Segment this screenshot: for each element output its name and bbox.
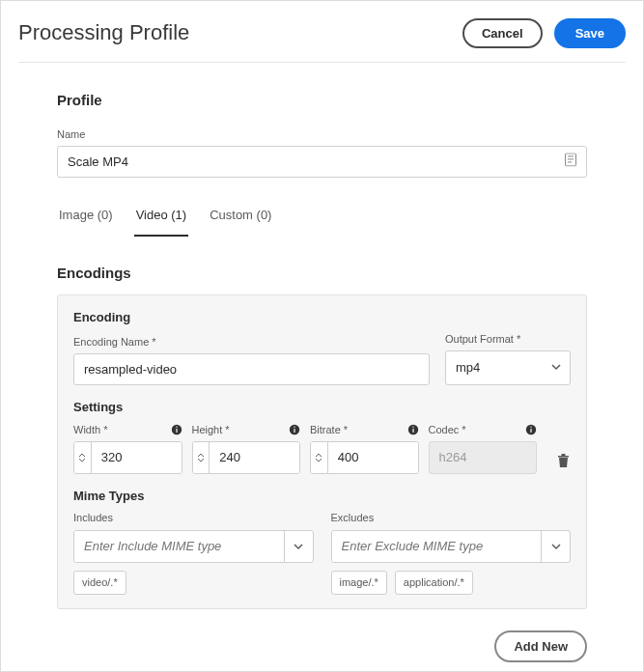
excludes-dropdown-toggle[interactable] (541, 531, 570, 562)
svg-rect-8 (294, 429, 294, 433)
add-new-button[interactable]: Add New (494, 630, 587, 662)
bitrate-stepper[interactable] (310, 441, 419, 474)
codec-field-disabled: h264 (429, 441, 538, 474)
svg-rect-14 (530, 429, 531, 433)
output-format-select[interactable]: mp4 (445, 350, 571, 385)
header-actions: Cancel Save (462, 18, 626, 48)
includes-dropdown-toggle[interactable] (284, 531, 313, 562)
svg-rect-16 (558, 456, 569, 458)
chevron-down-icon (551, 542, 561, 551)
form-icon (564, 153, 577, 171)
svg-rect-5 (176, 429, 177, 433)
encodings-section-title: Encodings (57, 263, 587, 283)
includes-combobox[interactable] (73, 530, 314, 563)
svg-rect-15 (530, 427, 531, 428)
includes-chips: video/.* (73, 571, 314, 595)
svg-rect-9 (294, 427, 294, 428)
excludes-chips: image/.* application/.* (331, 571, 572, 595)
width-input[interactable] (92, 442, 182, 473)
stepper-spin[interactable] (74, 442, 92, 473)
excludes-combobox[interactable] (331, 530, 572, 563)
excludes-label: Excludes (331, 511, 572, 525)
profile-section-title: Profile (57, 90, 587, 110)
encoding-card: Encoding Encoding Name * Output Format *… (57, 294, 587, 609)
width-stepper[interactable] (73, 441, 182, 474)
page-title: Processing Profile (18, 18, 189, 48)
height-stepper[interactable] (192, 441, 301, 474)
includes-label: Includes (73, 511, 314, 525)
height-label: Height * (192, 423, 230, 437)
encoding-name-label: Encoding Name * (73, 335, 430, 350)
bitrate-input[interactable] (328, 442, 418, 473)
svg-rect-11 (412, 429, 413, 433)
cancel-button[interactable]: Cancel (462, 18, 543, 48)
chevron-down-icon (294, 542, 303, 551)
width-label: Width * (73, 423, 107, 437)
svg-rect-3 (568, 161, 572, 162)
mime-group-title: Mime Types (73, 488, 571, 505)
tab-video[interactable]: Video (1) (134, 201, 189, 236)
svg-rect-17 (562, 454, 566, 456)
tab-custom[interactable]: Custom (0) (208, 201, 273, 236)
mime-chip[interactable]: video/.* (73, 571, 126, 595)
bitrate-label: Bitrate * (310, 423, 348, 437)
page-header: Processing Profile Cancel Save (18, 18, 626, 63)
svg-rect-6 (176, 427, 177, 428)
encoding-group-title: Encoding (73, 309, 571, 326)
stepper-spin[interactable] (193, 442, 210, 473)
output-format-label: Output Format * (445, 332, 571, 347)
includes-input[interactable] (74, 531, 284, 562)
codec-label: Codec * (429, 423, 466, 437)
height-input[interactable] (210, 442, 299, 473)
settings-group-title: Settings (73, 399, 571, 416)
trash-icon (556, 453, 571, 468)
stepper-spin[interactable] (311, 442, 328, 473)
mime-chip[interactable]: application/.* (395, 571, 473, 595)
svg-rect-2 (568, 158, 574, 159)
profile-name-label: Name (57, 127, 587, 142)
tab-image[interactable]: Image (0) (57, 201, 115, 236)
excludes-input[interactable] (332, 531, 542, 562)
mime-chip[interactable]: image/.* (331, 571, 387, 595)
svg-rect-12 (412, 427, 413, 428)
info-icon[interactable] (171, 424, 182, 435)
profile-name-input[interactable] (57, 146, 587, 178)
svg-rect-1 (568, 155, 574, 156)
info-icon[interactable] (289, 424, 300, 435)
delete-encoding-button[interactable] (552, 447, 571, 474)
info-icon[interactable] (407, 424, 419, 435)
encoding-name-input[interactable] (73, 353, 430, 385)
info-icon[interactable] (525, 424, 537, 435)
save-button[interactable]: Save (554, 18, 626, 48)
profile-tabs: Image (0) Video (1) Custom (0) (57, 201, 587, 237)
